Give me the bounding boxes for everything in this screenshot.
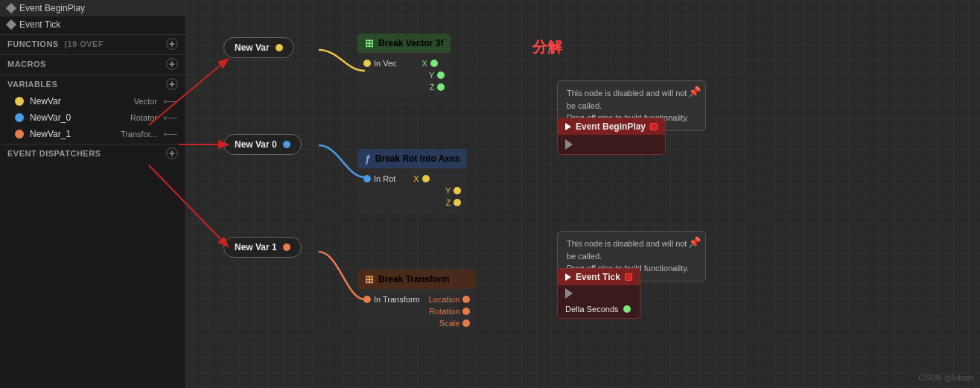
event-dispatchers-label: EVENT DISPATCHERS xyxy=(7,149,101,158)
functions-add-button[interactable]: + xyxy=(166,38,178,50)
variables-add-button[interactable]: + xyxy=(166,78,178,90)
break-rot-node[interactable]: ƒ Break Rot Into Axes In Rot X Y Z xyxy=(357,149,467,213)
variable-item-newvar0[interactable]: NewVar_0 Rotator ⟵ xyxy=(0,109,185,126)
pin-icon-1: 📌 xyxy=(688,86,701,98)
newvar0-label: NewVar_0 xyxy=(30,112,124,123)
sidebar-event-tick-label: Event Tick xyxy=(19,19,60,30)
event-tick-disabled-indicator xyxy=(625,273,632,281)
rotation-pin[interactable] xyxy=(462,308,470,315)
in-transform-row: In Transform Location xyxy=(357,293,476,305)
z-row-bv: Z xyxy=(357,81,451,93)
new-var0-label: New Var 0 xyxy=(235,139,277,150)
break-vector-body: In Vec X Y Z xyxy=(357,53,451,98)
x-label-br: X xyxy=(413,174,419,183)
in-vec-label: In Vec xyxy=(374,59,397,68)
x-pin-br[interactable] xyxy=(422,175,430,182)
event-begin-play-label: Event BeginPlay xyxy=(576,121,646,132)
new-var1-node[interactable]: New Var 1 xyxy=(223,237,302,258)
event-begin-play-exec-out[interactable] xyxy=(565,139,573,150)
break-vector-title: Break Vector 3f xyxy=(378,38,443,48)
break-vector-icon: ⊞ xyxy=(365,37,374,49)
new-var-label: New Var xyxy=(235,42,270,53)
event-tick-body: Delta Seconds xyxy=(558,285,640,318)
break-rot-title: Break Rot Into Axes xyxy=(375,153,460,164)
in-transform-label: In Transform xyxy=(374,295,420,304)
event-tick-node[interactable]: Event Tick Delta Seconds xyxy=(557,268,640,319)
newvar1-label: NewVar_1 xyxy=(30,129,115,139)
break-transform-title: Break Transform xyxy=(378,274,449,284)
in-rot-label: In Rot xyxy=(374,174,395,183)
event-begin-play-body xyxy=(558,135,665,154)
z-pin-br[interactable] xyxy=(454,199,461,206)
event-tick-label: Event Tick xyxy=(576,272,620,282)
sidebar-item-event-tick[interactable]: Event Tick xyxy=(0,16,185,33)
event-dispatchers-section: EVENT DISPATCHERS + xyxy=(0,144,185,162)
variable-item-newvar1[interactable]: NewVar_1 Transfor... ⟵ xyxy=(0,126,185,142)
newvar0-type: Rotator xyxy=(130,113,157,122)
newvar1-icon: ⟵ xyxy=(163,128,178,140)
functions-label: FUNCTIONS (19 OVEF xyxy=(7,39,104,48)
newvar-label: NewVar xyxy=(30,96,128,106)
pin-icon-2: 📌 xyxy=(688,236,701,248)
in-rot-pin[interactable] xyxy=(363,175,371,182)
newvar-type: Vector xyxy=(134,97,157,106)
in-rot-row: In Rot X xyxy=(357,173,467,185)
new-var-node[interactable]: New Var xyxy=(223,37,294,58)
event-begin-play-disabled-indicator xyxy=(650,123,658,130)
new-var-output-pin[interactable] xyxy=(276,44,283,51)
in-vec-pin[interactable] xyxy=(363,60,371,67)
scale-pin[interactable] xyxy=(462,319,470,327)
event-tick-exec-icon xyxy=(565,273,571,281)
variables-label: VARIABLES xyxy=(7,80,57,89)
z-label-br: Z xyxy=(446,198,451,207)
sidebar-item-event-begin-play[interactable]: Event BeginPlay xyxy=(0,0,185,16)
y-label-bv: Y xyxy=(429,71,434,80)
newvar-icon: ⟵ xyxy=(163,95,178,107)
rotation-row: Rotation xyxy=(357,305,476,317)
delta-seconds-pin[interactable] xyxy=(623,305,631,313)
newvar1-type-dot xyxy=(15,130,24,139)
watermark: CSDN @lukam xyxy=(918,373,974,382)
event-tick-exec-out[interactable] xyxy=(565,288,573,299)
sidebar: Event BeginPlay Event Tick FUNCTIONS (19… xyxy=(0,0,186,388)
rotation-label: Rotation xyxy=(429,307,459,316)
event-begin-play-node[interactable]: Event BeginPlay xyxy=(557,118,666,155)
event-tick-icon xyxy=(6,19,16,30)
y-pin-bv[interactable] xyxy=(437,71,445,79)
new-var0-node[interactable]: New Var 0 xyxy=(223,134,302,155)
z-pin-bv[interactable] xyxy=(437,83,445,91)
newvar-type-dot xyxy=(15,97,24,106)
chinese-label: 分解 xyxy=(532,37,562,57)
break-transform-icon: ⊞ xyxy=(365,273,374,285)
new-var1-output-pin[interactable] xyxy=(283,244,290,251)
event-begin-play-title: Event BeginPlay xyxy=(558,118,665,135)
break-vector-node[interactable]: ⊞ Break Vector 3f In Vec X Y Z xyxy=(357,34,451,98)
break-transform-node[interactable]: ⊞ Break Transform In Transform Location … xyxy=(357,270,476,334)
y-pin-br[interactable] xyxy=(454,187,461,194)
z-label-bv: Z xyxy=(430,83,435,92)
sidebar-event-begin-play-label: Event BeginPlay xyxy=(19,3,85,13)
event-begin-play-exec-icon xyxy=(565,123,571,130)
functions-section: FUNCTIONS (19 OVEF + xyxy=(0,34,185,53)
event-dispatchers-add-button[interactable]: + xyxy=(166,147,178,159)
newvar0-type-dot xyxy=(15,113,24,122)
x-label-bv: X xyxy=(422,59,427,68)
delta-seconds-label: Delta Seconds xyxy=(565,305,619,314)
macros-section: MACROS + xyxy=(0,54,185,73)
y-row-br: Y xyxy=(357,185,467,197)
macros-label: MACROS xyxy=(7,60,46,69)
x-pin-bv[interactable] xyxy=(430,60,438,67)
variable-item-newvar[interactable]: NewVar Vector ⟵ xyxy=(0,93,185,109)
in-vec-row: In Vec X xyxy=(357,57,451,69)
scale-row: Scale xyxy=(357,317,476,329)
location-pin[interactable] xyxy=(462,296,470,303)
new-var0-output-pin[interactable] xyxy=(283,141,290,148)
delta-seconds-row: Delta Seconds xyxy=(565,303,632,315)
macros-add-button[interactable]: + xyxy=(166,58,178,70)
scale-label: Scale xyxy=(439,319,460,328)
break-rot-icon: ƒ xyxy=(365,153,371,165)
in-transform-pin[interactable] xyxy=(363,296,371,303)
break-transform-body: In Transform Location Rotation Scale xyxy=(357,289,476,334)
location-label: Location xyxy=(429,295,460,304)
z-row-br: Z xyxy=(357,197,467,209)
